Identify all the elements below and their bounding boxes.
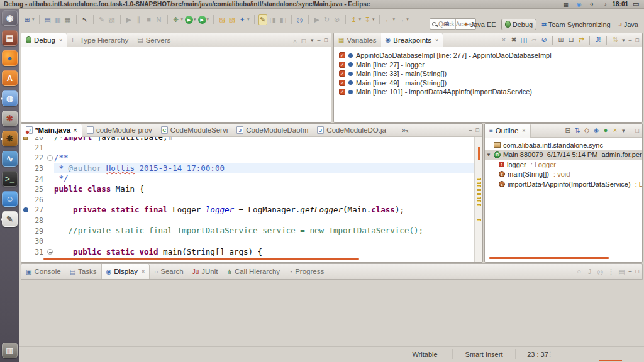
breakpoint-item[interactable]: ✓ Main [line: 33] - main(String[]) [339,69,640,78]
perspective-java-ee[interactable]: ✦ Java EE [460,19,499,30]
breakpoint-dot-icon[interactable] [23,207,28,212]
previous-edit-location-icon[interactable]: ↥ [350,15,358,25]
outline-item-method[interactable]: s importData4Appinfo(ImportDataService) … [485,179,642,189]
perspective-team-synchronizing[interactable]: ⇄ Team Synchronizing [538,19,614,30]
indicator-network-icon[interactable]: ◉ [574,1,583,8]
new-java-project-icon[interactable]: ▨ [218,15,226,25]
close-icon[interactable]: × [59,37,62,43]
maximize-icon[interactable]: □ [635,37,640,43]
messenger-launcher-icon[interactable]: ☺ [2,191,18,207]
view-menu-icon[interactable]: ▾ [621,37,626,43]
breakpoint-checkbox[interactable]: ✓ [339,52,345,58]
back-history-icon[interactable]: ← [384,15,392,25]
minimize-icon[interactable]: – [628,128,633,134]
firefox-launcher-icon[interactable]: ● [2,50,18,66]
expander-icon[interactable]: ▼ [486,152,491,158]
search-icon[interactable]: ✦ [238,15,247,25]
tab-outline[interactable]: ≡ Outline × [485,124,531,138]
outline-item-method[interactable]: s main(String[]) : void [485,170,642,180]
forward-history-icon[interactable]: → [397,15,406,25]
java-editor-selection-icon[interactable]: ↖ [80,15,89,25]
close-icon[interactable]: × [435,37,438,43]
overview-ruler[interactable] [474,137,482,262]
remove-selected-breakpoints-icon[interactable]: × [499,35,508,45]
breakpoint-item[interactable]: ✓ Main [line: 49] - main(String[]) [339,79,640,87]
breakpoint-checkbox[interactable]: ✓ [339,89,345,95]
tab-servers[interactable]: ▤ Servers [133,33,175,47]
system-monitor-launcher-icon[interactable]: ∿ [2,151,18,167]
tab-progress[interactable]: ◔ Progress [284,264,328,279]
breakpoint-item[interactable]: ✓ AppinfoDaoDatabaseImpl [line: 277] - A… [339,51,640,60]
sort-breakpoints-icon[interactable]: ⇅ [611,35,619,45]
close-icon[interactable]: × [73,126,77,134]
next-edit-location-icon[interactable]: ↧ [363,15,372,25]
open-element-icon[interactable]: ◎ [296,15,304,25]
text-editor-launcher-icon[interactable]: ✎ [2,211,18,227]
search-dropdown-icon[interactable]: ▾ [247,17,250,22]
minimize-icon[interactable]: – [628,268,633,275]
open-perspective-icon[interactable]: ⊞ [442,19,451,29]
code-line[interactable]: 21 [21,143,474,153]
debug-view-content[interactable] [21,48,331,122]
save-icon[interactable]: ▤ [43,15,52,25]
fold-collapse-icon[interactable] [47,249,53,255]
new-wizard-dropdown-icon[interactable]: ▾ [32,17,35,22]
tab-codemodule-prov[interactable]: codeModule-prov [82,124,157,137]
tab-type-hierarchy[interactable]: ⊢ Type Hierarchy [67,33,133,47]
chromium-launcher-icon[interactable]: ◍ [2,90,18,106]
tab-main-java[interactable]: J *Main.java × [21,124,82,137]
indicator-bluetooth-icon[interactable]: ✈ [587,1,596,8]
code-editor[interactable]: 20 /*import java.util.Date;▯ 21 22 /** 2… [21,137,482,262]
run-icon[interactable]: ▶ [185,16,193,24]
tab-codemoduledaoim[interactable]: J CodeModuleDaoIm [232,124,313,137]
minimize-icon[interactable]: – [628,37,633,43]
maximize-icon[interactable]: □ [475,127,480,133]
view-menu-icon[interactable]: ▾ [309,37,315,43]
previous-edit-location-dropdown-icon[interactable]: ▾ [359,17,362,22]
new-wizard-icon[interactable]: ⊞ [23,15,31,25]
outline-item-field[interactable]: f logger : Logger [485,160,642,170]
expand-all-icon[interactable]: ⊞ [557,35,565,45]
perspective-java[interactable]: J Java [616,19,641,30]
outline-item-package[interactable]: com.alibaba.intl.standalone.sync [485,140,642,150]
debug-dropdown-icon[interactable]: ▾ [181,17,184,22]
skip-all-breakpoints-icon[interactable]: ⊘ [540,35,548,45]
indicator-keyboard-icon[interactable]: ▦ [561,1,570,8]
perspective-debug[interactable]: Debug [501,19,536,30]
code-line[interactable]: 27 private static final Logger logger = … [21,205,474,216]
minimize-icon[interactable]: – [316,37,322,43]
breakpoint-checkbox[interactable]: ✓ [339,80,345,86]
close-icon[interactable]: × [142,268,145,275]
hide-fields-icon[interactable]: ◇ [582,126,591,135]
run-last-launched-dropdown-icon[interactable]: ▾ [207,17,209,22]
indicator-sound-icon[interactable]: ♪ [601,1,609,8]
save-all-icon[interactable]: ▥ [53,15,62,25]
session-indicator-icon[interactable]: ▭ [633,0,641,9]
hide-non-public-members-icon[interactable]: ● [601,126,610,135]
system-settings-launcher-icon[interactable]: ✱ [2,111,18,126]
back-history-dropdown-icon[interactable]: ▾ [393,17,396,22]
files-launcher-icon[interactable]: ▤ [2,30,18,46]
code-line[interactable]: 24 */ [21,173,474,184]
software-center-launcher-icon[interactable]: A [2,70,18,86]
maximize-icon[interactable]: □ [323,37,329,43]
close-icon[interactable]: × [522,128,525,134]
tab-overflow-chevron[interactable]: »₃ [402,126,409,134]
code-line[interactable]: 28 [21,216,474,226]
maximize-icon[interactable]: □ [635,128,640,134]
tab-breakpoints[interactable]: ◉ Breakpoints × [381,33,444,47]
clock[interactable]: 18:01 [612,1,628,8]
java-app-launcher-icon[interactable]: ❋ [2,131,18,146]
tab-codemoduledo-ja[interactable]: J CodeModuleDO.ja [313,124,391,137]
link-with-debug-view-icon[interactable]: ⇄ [577,35,586,45]
print-icon[interactable]: ▦ [64,15,72,25]
next-edit-location-dropdown-icon[interactable]: ▾ [372,17,375,22]
tab-codemoduleservi[interactable]: C CodeModuleServi [157,124,232,137]
collapse-all-icon[interactable]: ⊟ [567,35,575,45]
code-line[interactable]: 31 public static void main(String[] args… [21,247,474,258]
breakpoint-item[interactable]: ✓ Main [line: 101] - importData4Appinfo(… [339,87,640,96]
breakpoint-checkbox[interactable]: ✓ [339,62,345,68]
tab-display[interactable]: ◉ Display × [101,264,150,279]
breakpoint-item[interactable]: ✓ Main [line: 27] - logger [339,60,640,69]
terminal-launcher-icon[interactable]: >_ [2,171,18,187]
